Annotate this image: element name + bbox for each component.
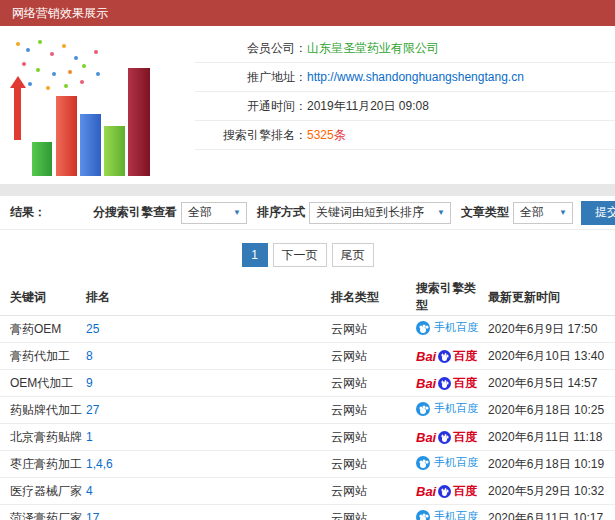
open-time-label: 开通时间： (195, 98, 307, 115)
keyword-cell: 医疗器械厂家 (0, 478, 85, 505)
baidu-label: 百度 (453, 375, 477, 392)
company-name: 山东皇圣堂药业有限公司 (307, 40, 439, 57)
baidu-wordmark: Bai (416, 430, 436, 445)
engine-cell: Bai 百度 (415, 370, 487, 397)
open-time-row: 开通时间： 2019年11月20日 09:08 (195, 92, 615, 121)
rank-type-cell: 云网站 (330, 397, 415, 424)
article-type-select[interactable]: 全部 ▼ (513, 202, 573, 224)
baidu-paw-icon (438, 377, 451, 390)
mobile-baidu-label: 手机百度 (434, 320, 478, 335)
engine-filter-select[interactable]: 全部 ▼ (181, 202, 247, 224)
rank-type-cell: 云网站 (330, 478, 415, 505)
chevron-down-icon: ▼ (233, 208, 241, 217)
promo-url-link[interactable]: http://www.shandonghuangshengtang.cn (307, 70, 524, 84)
table-body: 膏药OEM 25 云网站 手机百度 2020年6月9日 17:50 膏药代加工 … (0, 316, 615, 520)
table-row: 枣庄膏药加工 1,4,6 云网站 手机百度 2020年6月18日 10:19 (0, 451, 615, 478)
mobile-baidu-label: 手机百度 (434, 509, 478, 520)
keyword-cell: 膏药OEM (0, 316, 85, 343)
table-row: 菏泽膏药厂家 17 云网站 手机百度 2020年6月11日 10:17 (0, 505, 615, 520)
mobile-baidu-icon (416, 510, 430, 520)
rank-link[interactable]: 17 (86, 511, 99, 520)
updated-cell: 2020年6月18日 10:25 (487, 397, 615, 424)
table-header-row: 关键词 排名 排名类型 搜索引擎类型 最新更新时间 (0, 279, 615, 316)
filter-controls: 分搜索引擎查看 全部 ▼ 排序方式 关键词由短到长排序 ▼ 文章类型 全部 ▼ … (83, 201, 615, 225)
engine-filter-label: 分搜索引擎查看 (93, 204, 177, 221)
rank-type-cell: 云网站 (330, 424, 415, 451)
baidu-label: 百度 (453, 348, 477, 365)
rank-link[interactable]: 9 (86, 376, 93, 390)
rank-count-suffix: 条 (334, 127, 346, 144)
header-rank-type: 排名类型 (330, 279, 415, 316)
rank-link[interactable]: 8 (86, 349, 93, 363)
rank-type-cell: 云网站 (330, 370, 415, 397)
section-divider (0, 184, 615, 196)
mobile-baidu-icon (416, 456, 430, 470)
sort-filter-label: 排序方式 (257, 204, 305, 221)
rank-link[interactable]: 27 (86, 403, 99, 417)
updated-cell: 2020年6月18日 10:19 (487, 451, 615, 478)
table-row: 药贴牌代加工 27 云网站 手机百度 2020年6月18日 10:25 (0, 397, 615, 424)
engine-cell: 手机百度 (415, 316, 487, 343)
keyword-cell: OEM代加工 (0, 370, 85, 397)
sort-filter-select[interactable]: 关键词由短到长排序 ▼ (309, 202, 451, 224)
mobile-baidu-label: 手机百度 (434, 401, 478, 416)
rank-link[interactable]: 1 (86, 430, 93, 444)
rank-type-cell: 云网站 (330, 451, 415, 478)
table-row: OEM代加工 9 云网站 Bai 百度 2020年6月5日 14:57 (0, 370, 615, 397)
updated-cell: 2020年6月11日 10:17 (487, 505, 615, 520)
baidu-badge: Bai 百度 (416, 348, 477, 365)
member-info-list: 会员公司： 山东皇圣堂药业有限公司 推广地址： http://www.shand… (195, 26, 615, 184)
submit-button[interactable]: 提交 (581, 201, 615, 225)
page-header: 网络营销效果展示 (0, 0, 615, 26)
rank-link[interactable]: 25 (86, 322, 99, 336)
rank-type-cell: 云网站 (330, 505, 415, 520)
chevron-down-icon: ▼ (437, 208, 445, 217)
baidu-wordmark: Bai (416, 349, 436, 364)
updated-cell: 2020年6月5日 14:57 (487, 370, 615, 397)
mobile-baidu-label: 手机百度 (434, 455, 478, 470)
growth-arrow-icon (10, 76, 28, 140)
engine-filter-value: 全部 (188, 204, 212, 221)
rank-type-cell: 云网站 (330, 343, 415, 370)
updated-cell: 2020年5月29日 10:32 (487, 478, 615, 505)
engine-cell: Bai 百度 (415, 343, 487, 370)
table-row: 膏药代加工 8 云网站 Bai 百度 2020年6月10日 13:40 (0, 343, 615, 370)
keyword-cell: 北京膏药贴牌 (0, 424, 85, 451)
baidu-paw-icon (438, 431, 451, 444)
engine-cell: 手机百度 (415, 451, 487, 478)
table-row: 医疗器械厂家 4 云网站 Bai 百度 2020年5月29日 10:32 (0, 478, 615, 505)
keyword-cell: 菏泽膏药厂家 (0, 505, 85, 520)
last-page-button[interactable]: 尾页 (332, 243, 374, 267)
rank-type-cell: 云网站 (330, 316, 415, 343)
rank-count-value: 5325 (307, 128, 334, 142)
header-rank: 排名 (85, 279, 330, 316)
chevron-down-icon: ▼ (559, 208, 567, 217)
rank-link[interactable]: 1,4,6 (86, 457, 113, 471)
engine-cell: Bai 百度 (415, 424, 487, 451)
page-title: 网络营销效果展示 (12, 6, 108, 20)
article-type-label: 文章类型 (461, 204, 509, 221)
page-1-button[interactable]: 1 (242, 243, 268, 267)
marketing-report-page: 网络营销效果展示 会员公司： 山东皇圣堂药业有限公司 推广地址： http://… (0, 0, 615, 520)
keyword-cell: 膏药代加工 (0, 343, 85, 370)
header-engine-type: 搜索引擎类型 (415, 279, 487, 316)
table-row: 北京膏药贴牌 1 云网站 Bai 百度 2020年6月11日 11:18 (0, 424, 615, 451)
table-row: 膏药OEM 25 云网站 手机百度 2020年6月9日 17:50 (0, 316, 615, 343)
rank-link[interactable]: 4 (86, 484, 93, 498)
bar-green (32, 142, 52, 176)
bar-maroon (128, 68, 150, 176)
mobile-baidu-badge: 手机百度 (416, 401, 478, 416)
mobile-baidu-badge: 手机百度 (416, 320, 478, 335)
baidu-wordmark: Bai (416, 376, 436, 391)
next-page-button[interactable]: 下一页 (273, 243, 327, 267)
article-type-value: 全部 (520, 204, 544, 221)
promo-url-row: 推广地址： http://www.shandonghuangshengtang.… (195, 63, 615, 92)
company-label: 会员公司： (195, 40, 307, 57)
updated-cell: 2020年6月11日 11:18 (487, 424, 615, 451)
updated-cell: 2020年6月9日 17:50 (487, 316, 615, 343)
rank-count-label: 搜索引擎排名： (195, 127, 307, 144)
keyword-cell: 药贴牌代加工 (0, 397, 85, 424)
baidu-wordmark: Bai (416, 484, 436, 499)
member-info-section: 会员公司： 山东皇圣堂药业有限公司 推广地址： http://www.shand… (0, 26, 615, 184)
bar-blue (80, 114, 101, 176)
